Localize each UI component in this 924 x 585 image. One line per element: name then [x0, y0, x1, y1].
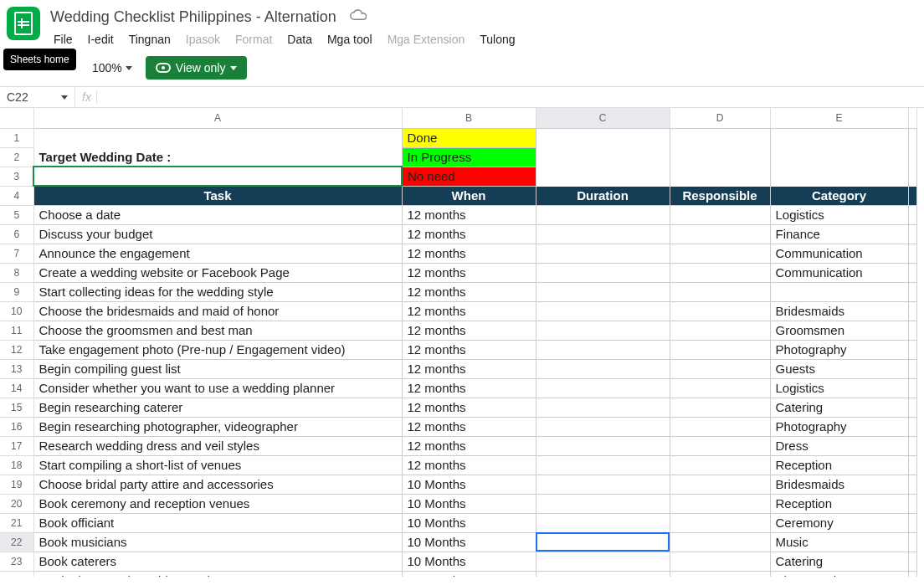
- menu-i-edit[interactable]: I-edit: [81, 29, 121, 49]
- row-header[interactable]: 1: [0, 128, 33, 147]
- cell-when[interactable]: 12 months: [402, 417, 536, 436]
- row-header[interactable]: 19: [0, 475, 33, 494]
- cell-duration[interactable]: [536, 436, 670, 455]
- cell-task[interactable]: Take engagement photo (Pre-nup / Engagem…: [33, 340, 402, 359]
- cell-category[interactable]: Reception: [770, 494, 908, 513]
- cell[interactable]: [670, 147, 770, 167]
- cell-category[interactable]: Bridesmaids: [770, 301, 908, 321]
- cell-extra[interactable]: [908, 263, 916, 282]
- cell-extra[interactable]: [908, 321, 916, 340]
- cell-responsible[interactable]: [670, 398, 770, 417]
- cell-category[interactable]: Photography: [770, 340, 908, 359]
- menu-ipasok[interactable]: Ipasok: [179, 29, 227, 49]
- cell-duration[interactable]: [536, 398, 670, 417]
- cell-when[interactable]: 12 months: [402, 340, 536, 359]
- cell-duration[interactable]: [536, 321, 670, 340]
- cell-duration[interactable]: [536, 455, 670, 475]
- cell[interactable]: [770, 167, 908, 186]
- sheets-logo[interactable]: Sheets home: [7, 7, 40, 40]
- row-header[interactable]: 8: [0, 263, 33, 282]
- cell-extra[interactable]: [908, 455, 916, 475]
- cell-when[interactable]: 12 months: [402, 301, 536, 321]
- cell-responsible[interactable]: [670, 205, 770, 224]
- col-header-D[interactable]: D: [670, 108, 770, 128]
- cell-category[interactable]: Dress: [770, 436, 908, 455]
- row-header[interactable]: 12: [0, 340, 33, 359]
- cell-task[interactable]: Begin researching photographer, videogra…: [33, 417, 402, 436]
- row-header[interactable]: 9: [0, 282, 33, 301]
- cell-extra[interactable]: [908, 340, 916, 359]
- cell-category[interactable]: Bridesmaids: [770, 475, 908, 494]
- cell-duration[interactable]: [536, 301, 670, 321]
- menu-tulong[interactable]: Tulong: [473, 29, 521, 49]
- menu-data[interactable]: Data: [280, 29, 319, 49]
- row-header[interactable]: 5: [0, 205, 33, 224]
- row-header[interactable]: 24: [0, 571, 33, 577]
- cell-duration[interactable]: [536, 340, 670, 359]
- cell-task[interactable]: Choose the groomsmen and best man: [33, 321, 402, 340]
- status-done-cell[interactable]: Done: [402, 128, 536, 147]
- cell-responsible[interactable]: [670, 494, 770, 513]
- cell-extra[interactable]: [908, 205, 916, 224]
- cell-category[interactable]: Logistics: [770, 378, 908, 398]
- cell-responsible[interactable]: [670, 301, 770, 321]
- cell-responsible[interactable]: [670, 513, 770, 532]
- cell-when[interactable]: 12 months: [402, 398, 536, 417]
- cell-duration[interactable]: [536, 475, 670, 494]
- cell-responsible[interactable]: [670, 378, 770, 398]
- header-responsible[interactable]: Responsible: [670, 186, 770, 205]
- row-header[interactable]: 21: [0, 513, 33, 532]
- status-noneed-cell[interactable]: No need: [402, 167, 536, 186]
- menu-mga-extension[interactable]: Mga Extension: [381, 29, 472, 49]
- header-extra[interactable]: [908, 186, 916, 205]
- cell-extra[interactable]: [908, 244, 916, 263]
- cell[interactable]: [536, 128, 670, 147]
- menu-mga-tool[interactable]: Mga tool: [321, 29, 379, 49]
- cell-task[interactable]: Choose bridal party attire and accessori…: [33, 475, 402, 494]
- cloud-saved-icon[interactable]: [350, 9, 367, 25]
- col-header-C[interactable]: C: [536, 108, 670, 128]
- cell-task[interactable]: Choose the bridesmaids and maid of honor: [33, 301, 402, 321]
- cell-when[interactable]: 12 months: [402, 436, 536, 455]
- cell-task[interactable]: Book ceremony and reception venues: [33, 494, 402, 513]
- cell-duration[interactable]: [536, 513, 670, 532]
- cell-task[interactable]: Choose a date: [33, 205, 402, 224]
- cell-duration[interactable]: [536, 494, 670, 513]
- cell-task[interactable]: Book photographer, videographer: [33, 571, 402, 577]
- cell-task[interactable]: Research wedding dress and veil styles: [33, 436, 402, 455]
- row-header[interactable]: 15: [0, 398, 33, 417]
- cell-when[interactable]: 12 months: [402, 378, 536, 398]
- cell-category[interactable]: Catering: [770, 552, 908, 571]
- cell-when[interactable]: 12 months: [402, 321, 536, 340]
- cell-category[interactable]: Reception: [770, 455, 908, 475]
- header-duration[interactable]: Duration: [536, 186, 670, 205]
- cell-duration[interactable]: [536, 244, 670, 263]
- cell-when[interactable]: 12 months: [402, 282, 536, 301]
- cell[interactable]: [908, 147, 916, 167]
- view-mode-pill[interactable]: View only: [146, 56, 248, 80]
- cell[interactable]: [33, 128, 402, 147]
- cell-category[interactable]: Groomsmen: [770, 321, 908, 340]
- target-date-label[interactable]: Target Wedding Date :: [33, 147, 402, 167]
- cell-extra[interactable]: [908, 282, 916, 301]
- cell-extra[interactable]: [908, 571, 916, 577]
- cell-category[interactable]: Photography: [770, 417, 908, 436]
- cell[interactable]: [536, 147, 670, 167]
- row-header[interactable]: 2: [0, 147, 33, 167]
- cell-duration[interactable]: [536, 532, 670, 552]
- cell-extra[interactable]: [908, 398, 916, 417]
- name-box[interactable]: C22: [0, 87, 75, 107]
- cell-category[interactable]: Guests: [770, 359, 908, 378]
- cell-when[interactable]: 12 months: [402, 359, 536, 378]
- cell[interactable]: [770, 147, 908, 167]
- cell-responsible[interactable]: [670, 282, 770, 301]
- row-header[interactable]: 14: [0, 378, 33, 398]
- cell-responsible[interactable]: [670, 321, 770, 340]
- cell-category[interactable]: Finance: [770, 224, 908, 244]
- cell-duration[interactable]: [536, 263, 670, 282]
- cell-when[interactable]: 10 Months: [402, 552, 536, 571]
- cell-task[interactable]: Start collecting ideas for the wedding s…: [33, 282, 402, 301]
- zoom-dropdown[interactable]: 100%: [85, 58, 139, 78]
- cell-extra[interactable]: [908, 224, 916, 244]
- cell-responsible[interactable]: [670, 417, 770, 436]
